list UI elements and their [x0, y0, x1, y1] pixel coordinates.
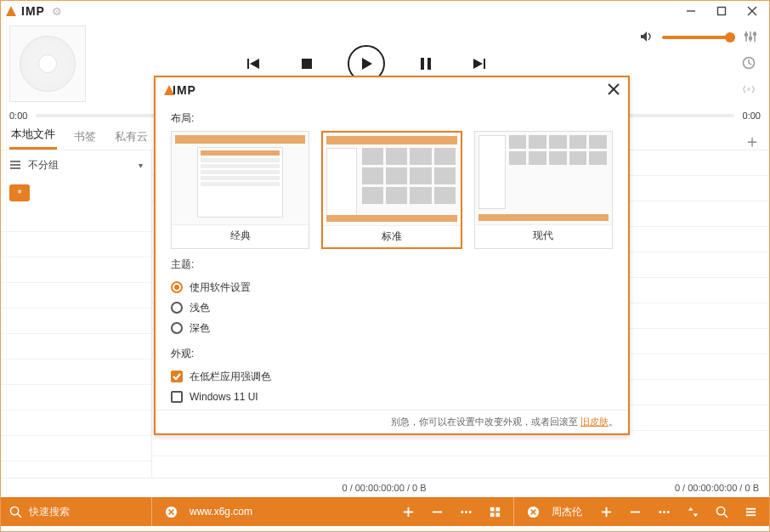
add-tab-button[interactable]: ＋ — [744, 133, 761, 150]
search-icon — [9, 501, 22, 522]
tab-local-files[interactable]: 本地文件 — [9, 122, 57, 150]
list-item[interactable] — [1, 385, 151, 410]
svg-point-35 — [465, 511, 467, 513]
footer-link[interactable]: 旧皮肤 — [580, 416, 609, 427]
svg-point-47 — [659, 511, 661, 513]
stop-button[interactable] — [295, 52, 319, 76]
info-bar: 0 / 00:00:00:00 / 0 B 0 / 00:00:00:00 / … — [1, 478, 769, 497]
close-panel-icon[interactable] — [523, 501, 543, 522]
footer-text: 别急，你可以在设置中改变外观，或者回滚至 — [391, 416, 580, 427]
layout-option-modern[interactable]: 现代 — [474, 131, 613, 249]
list-item[interactable] — [1, 258, 151, 283]
next-track-button[interactable] — [467, 52, 490, 76]
list-item[interactable] — [1, 207, 151, 232]
panel1-label[interactable]: www.x6g.com — [190, 506, 389, 518]
panel2-label[interactable]: 周杰伦 — [552, 505, 587, 519]
pause-button[interactable] — [414, 52, 438, 76]
radio-icon — [171, 322, 183, 334]
sidebar-list — [1, 207, 151, 478]
group-label: 不分组 — [28, 158, 59, 173]
layout-option-standard[interactable]: 标准 — [321, 131, 461, 249]
svg-rect-40 — [495, 512, 500, 517]
tab-bookmarks[interactable]: 书签 — [72, 124, 98, 150]
window-minimize-button[interactable] — [679, 3, 703, 20]
appearance-label: Windows 11 UI — [190, 391, 258, 403]
theme-option-light[interactable]: 浅色 — [171, 297, 613, 318]
tab-private-cloud[interactable]: 私有云 — [113, 124, 150, 150]
svg-line-53 — [723, 513, 727, 517]
more-icon[interactable] — [456, 501, 476, 522]
svg-point-17 — [750, 37, 752, 39]
theme-section-title: 主题: — [171, 258, 613, 272]
layout-options: 经典 标准 — [171, 131, 613, 249]
svg-rect-37 — [490, 507, 494, 511]
svg-rect-38 — [495, 507, 500, 511]
list-item[interactable] — [1, 436, 151, 461]
appearance-option-accent[interactable]: 在低栏应用强调色 — [171, 366, 613, 387]
list-item[interactable] — [1, 283, 151, 308]
group-selector[interactable]: 不分组 ▾ — [1, 150, 151, 179]
window-close-button[interactable] — [740, 3, 764, 20]
dialog-app-name: IMP — [173, 83, 196, 97]
clock-icon[interactable] — [742, 56, 756, 72]
info-right: 0 / 00:00:00:00 / 0 B — [606, 483, 759, 493]
footer-tail: 。 — [609, 416, 618, 427]
appearance-option-win11[interactable]: Windows 11 UI — [171, 387, 613, 407]
svg-point-26 — [10, 507, 18, 514]
list-item[interactable] — [1, 359, 151, 385]
favorites-pill[interactable]: * — [9, 184, 30, 201]
layout-option-classic[interactable]: 经典 — [171, 131, 309, 249]
list-item[interactable] — [1, 308, 151, 334]
appearance-section-title: 外观: — [171, 347, 613, 361]
sort-icon[interactable] — [682, 501, 703, 522]
svg-rect-8 — [421, 58, 424, 70]
previous-track-button[interactable] — [242, 52, 266, 76]
volume-icon[interactable] — [640, 30, 654, 46]
add-icon[interactable] — [398, 501, 418, 522]
volume-slider[interactable] — [662, 36, 735, 39]
svg-marker-10 — [473, 59, 483, 69]
checkbox-icon — [171, 391, 183, 403]
svg-rect-6 — [302, 59, 312, 69]
window-maximize-button[interactable] — [710, 3, 733, 20]
appearance-label: 在低栏应用强调色 — [190, 370, 271, 384]
layout-label: 标准 — [382, 226, 402, 247]
search-input[interactable] — [29, 506, 156, 518]
remove-icon[interactable] — [427, 501, 447, 522]
settings-gear-icon[interactable]: ⚙ — [52, 5, 62, 18]
remove-icon[interactable] — [625, 501, 645, 522]
more-icon[interactable] — [654, 501, 674, 522]
theme-option-software[interactable]: 使用软件设置 — [171, 277, 613, 297]
svg-rect-1 — [718, 8, 726, 15]
bottom-bar: www.x6g.com 周杰伦 — [1, 497, 769, 526]
checkbox-icon — [171, 371, 183, 382]
list-item[interactable] — [1, 232, 151, 258]
app-logo-icon — [6, 6, 16, 16]
svg-point-34 — [461, 511, 463, 513]
radio-icon — [171, 302, 183, 314]
layout-label: 经典 — [230, 225, 251, 246]
list-item[interactable] — [1, 334, 151, 359]
theme-option-dark[interactable]: 深色 — [171, 318, 613, 338]
dialog-footer: 别急，你可以在设置中改变外观，或者回滚至 旧皮肤。 — [156, 410, 628, 433]
grid-view-icon[interactable] — [484, 501, 505, 522]
menu-icon[interactable] — [740, 501, 761, 522]
svg-point-22 — [747, 88, 750, 91]
svg-marker-51 — [693, 513, 698, 517]
list-item[interactable] — [1, 410, 151, 436]
dialog-close-button[interactable] — [608, 83, 620, 98]
radio-icon — [171, 281, 183, 293]
appearance-dialog: IMP 布局: 经典 — [154, 76, 630, 435]
search-icon[interactable] — [711, 501, 732, 522]
equalizer-icon[interactable] — [744, 30, 757, 46]
svg-point-49 — [666, 511, 669, 513]
album-art[interactable] — [9, 25, 86, 102]
svg-marker-5 — [250, 59, 259, 69]
list-icon — [9, 159, 21, 171]
broadcast-icon[interactable] — [742, 82, 756, 99]
svg-rect-9 — [427, 58, 431, 70]
svg-line-27 — [18, 513, 21, 517]
svg-point-48 — [663, 511, 665, 513]
close-panel-icon[interactable] — [161, 501, 181, 522]
add-icon[interactable] — [596, 501, 616, 522]
